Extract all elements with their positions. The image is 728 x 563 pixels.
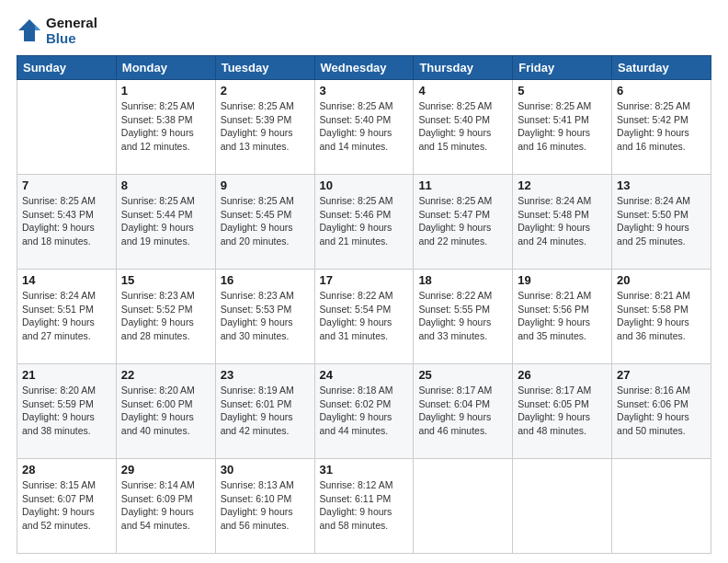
day-detail: Sunrise: 8:18 AM Sunset: 6:02 PM Dayligh… (320, 384, 409, 438)
week-row-2: 7Sunrise: 8:25 AM Sunset: 5:43 PM Daylig… (17, 175, 711, 270)
day-number: 12 (518, 178, 607, 192)
day-cell: 10Sunrise: 8:25 AM Sunset: 5:46 PM Dayli… (314, 175, 414, 270)
col-header-friday: Friday (513, 56, 612, 80)
day-number: 24 (320, 368, 409, 382)
day-detail: Sunrise: 8:16 AM Sunset: 6:06 PM Dayligh… (617, 384, 706, 438)
day-cell: 1Sunrise: 8:25 AM Sunset: 5:38 PM Daylig… (116, 80, 215, 175)
day-number: 28 (22, 463, 111, 477)
day-number: 30 (221, 463, 310, 477)
day-cell (612, 459, 711, 554)
day-number: 27 (617, 368, 706, 382)
day-number: 11 (418, 178, 507, 192)
day-cell: 7Sunrise: 8:25 AM Sunset: 5:43 PM Daylig… (17, 175, 117, 270)
day-cell: 20Sunrise: 8:21 AM Sunset: 5:58 PM Dayli… (612, 270, 711, 364)
day-detail: Sunrise: 8:12 AM Sunset: 6:11 PM Dayligh… (320, 478, 409, 533)
header-row: SundayMondayTuesdayWednesdayThursdayFrid… (17, 56, 711, 80)
day-number: 2 (221, 84, 310, 98)
day-cell: 2Sunrise: 8:25 AM Sunset: 5:39 PM Daylig… (215, 80, 314, 175)
day-number: 17 (320, 273, 409, 287)
day-detail: Sunrise: 8:25 AM Sunset: 5:43 PM Dayligh… (22, 194, 111, 248)
col-header-monday: Monday (116, 56, 215, 80)
calendar-table: SundayMondayTuesdayWednesdayThursdayFrid… (17, 55, 711, 554)
day-detail: Sunrise: 8:20 AM Sunset: 5:59 PM Dayligh… (22, 384, 111, 438)
day-cell (17, 80, 117, 175)
day-detail: Sunrise: 8:21 AM Sunset: 5:56 PM Dayligh… (518, 289, 607, 343)
day-number: 19 (518, 273, 607, 287)
day-detail: Sunrise: 8:20 AM Sunset: 6:00 PM Dayligh… (121, 384, 210, 438)
page: General Blue SundayMondayTuesdayWednesda… (0, 0, 728, 563)
day-detail: Sunrise: 8:17 AM Sunset: 6:05 PM Dayligh… (518, 384, 607, 438)
day-detail: Sunrise: 8:25 AM Sunset: 5:45 PM Dayligh… (221, 194, 310, 248)
day-detail: Sunrise: 8:19 AM Sunset: 6:01 PM Dayligh… (221, 384, 310, 438)
week-row-3: 14Sunrise: 8:24 AM Sunset: 5:51 PM Dayli… (17, 270, 711, 364)
header: General Blue (17, 15, 711, 46)
day-detail: Sunrise: 8:17 AM Sunset: 6:04 PM Dayligh… (418, 384, 507, 438)
day-number: 5 (518, 84, 607, 98)
day-cell: 13Sunrise: 8:24 AM Sunset: 5:50 PM Dayli… (612, 175, 711, 270)
day-number: 22 (121, 368, 210, 382)
day-cell: 8Sunrise: 8:25 AM Sunset: 5:44 PM Daylig… (116, 175, 215, 270)
day-number: 26 (518, 368, 607, 382)
col-header-saturday: Saturday (612, 56, 711, 80)
day-detail: Sunrise: 8:25 AM Sunset: 5:46 PM Dayligh… (320, 194, 409, 248)
day-cell: 4Sunrise: 8:25 AM Sunset: 5:40 PM Daylig… (414, 80, 513, 175)
day-detail: Sunrise: 8:22 AM Sunset: 5:55 PM Dayligh… (418, 289, 507, 343)
day-cell: 25Sunrise: 8:17 AM Sunset: 6:04 PM Dayli… (414, 364, 513, 459)
week-row-1: 1Sunrise: 8:25 AM Sunset: 5:38 PM Daylig… (17, 80, 711, 175)
day-detail: Sunrise: 8:25 AM Sunset: 5:44 PM Dayligh… (121, 194, 210, 248)
day-cell: 18Sunrise: 8:22 AM Sunset: 5:55 PM Dayli… (414, 270, 513, 364)
day-cell: 14Sunrise: 8:24 AM Sunset: 5:51 PM Dayli… (17, 270, 117, 364)
day-cell: 12Sunrise: 8:24 AM Sunset: 5:48 PM Dayli… (513, 175, 612, 270)
col-header-tuesday: Tuesday (215, 56, 314, 80)
day-detail: Sunrise: 8:15 AM Sunset: 6:07 PM Dayligh… (22, 478, 111, 533)
day-number: 6 (617, 84, 706, 98)
day-cell: 19Sunrise: 8:21 AM Sunset: 5:56 PM Dayli… (513, 270, 612, 364)
day-cell: 24Sunrise: 8:18 AM Sunset: 6:02 PM Dayli… (314, 364, 414, 459)
day-number: 20 (617, 273, 706, 287)
day-detail: Sunrise: 8:25 AM Sunset: 5:40 PM Dayligh… (320, 99, 409, 154)
day-number: 10 (320, 178, 409, 192)
day-number: 4 (418, 84, 507, 98)
day-cell: 3Sunrise: 8:25 AM Sunset: 5:40 PM Daylig… (314, 80, 414, 175)
day-cell: 17Sunrise: 8:22 AM Sunset: 5:54 PM Dayli… (314, 270, 414, 364)
day-number: 15 (121, 273, 210, 287)
col-header-wednesday: Wednesday (314, 56, 414, 80)
col-header-sunday: Sunday (17, 56, 117, 80)
day-cell: 21Sunrise: 8:20 AM Sunset: 5:59 PM Dayli… (17, 364, 117, 459)
day-number: 13 (617, 178, 706, 192)
col-header-thursday: Thursday (414, 56, 513, 80)
day-cell: 28Sunrise: 8:15 AM Sunset: 6:07 PM Dayli… (17, 459, 117, 554)
day-number: 8 (121, 178, 210, 192)
day-cell: 27Sunrise: 8:16 AM Sunset: 6:06 PM Dayli… (612, 364, 711, 459)
day-detail: Sunrise: 8:24 AM Sunset: 5:51 PM Dayligh… (22, 289, 111, 343)
day-number: 1 (121, 84, 210, 98)
day-cell: 30Sunrise: 8:13 AM Sunset: 6:10 PM Dayli… (215, 459, 314, 554)
day-cell: 15Sunrise: 8:23 AM Sunset: 5:52 PM Dayli… (116, 270, 215, 364)
day-cell (414, 459, 513, 554)
day-cell: 6Sunrise: 8:25 AM Sunset: 5:42 PM Daylig… (612, 80, 711, 175)
day-detail: Sunrise: 8:21 AM Sunset: 5:58 PM Dayligh… (617, 289, 706, 343)
day-number: 18 (418, 273, 507, 287)
day-detail: Sunrise: 8:25 AM Sunset: 5:41 PM Dayligh… (518, 99, 607, 154)
day-detail: Sunrise: 8:23 AM Sunset: 5:53 PM Dayligh… (221, 289, 310, 343)
day-cell: 11Sunrise: 8:25 AM Sunset: 5:47 PM Dayli… (414, 175, 513, 270)
day-detail: Sunrise: 8:22 AM Sunset: 5:54 PM Dayligh… (320, 289, 409, 343)
day-detail: Sunrise: 8:25 AM Sunset: 5:40 PM Dayligh… (418, 99, 507, 154)
logo-text: General Blue (46, 15, 97, 46)
day-number: 16 (221, 273, 310, 287)
day-cell: 16Sunrise: 8:23 AM Sunset: 5:53 PM Dayli… (215, 270, 314, 364)
day-number: 9 (221, 178, 310, 192)
day-cell: 22Sunrise: 8:20 AM Sunset: 6:00 PM Dayli… (116, 364, 215, 459)
day-detail: Sunrise: 8:14 AM Sunset: 6:09 PM Dayligh… (121, 478, 210, 533)
day-detail: Sunrise: 8:24 AM Sunset: 5:50 PM Dayligh… (617, 194, 706, 248)
logo-icon (17, 17, 42, 43)
day-detail: Sunrise: 8:25 AM Sunset: 5:39 PM Dayligh… (221, 99, 310, 154)
day-detail: Sunrise: 8:25 AM Sunset: 5:42 PM Dayligh… (617, 99, 706, 154)
day-detail: Sunrise: 8:23 AM Sunset: 5:52 PM Dayligh… (121, 289, 210, 343)
week-row-5: 28Sunrise: 8:15 AM Sunset: 6:07 PM Dayli… (17, 459, 711, 554)
day-cell: 29Sunrise: 8:14 AM Sunset: 6:09 PM Dayli… (116, 459, 215, 554)
day-number: 23 (221, 368, 310, 382)
day-number: 7 (22, 178, 111, 192)
week-row-4: 21Sunrise: 8:20 AM Sunset: 5:59 PM Dayli… (17, 364, 711, 459)
day-number: 21 (22, 368, 111, 382)
